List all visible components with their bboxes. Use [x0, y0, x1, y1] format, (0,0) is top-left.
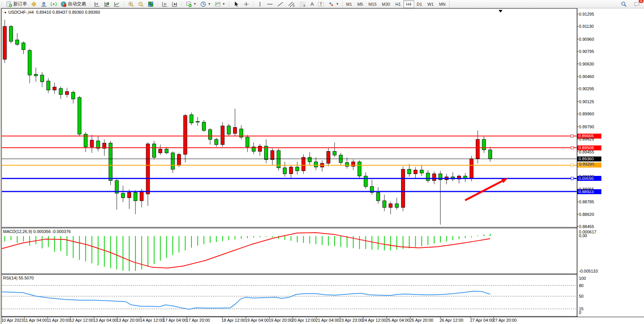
ohlc-high: 0.89437 — [53, 10, 68, 14]
candle-body — [40, 75, 44, 82]
time-axis-label: 13 Apr 20:00 — [116, 318, 140, 322]
price-tick-label: 0.91295 — [579, 12, 594, 16]
price-tick-label: 0.88955 — [579, 187, 594, 192]
candle-body — [420, 170, 423, 173]
time-axis-label: 12 Apr 12:00 — [70, 318, 93, 322]
macd-indicator-label: MACD(12,26,9) 0.000356 -0.000376 — [3, 229, 71, 234]
candle-body — [171, 153, 174, 169]
candle-body — [140, 191, 143, 201]
candle-body — [401, 169, 405, 207]
candle-body — [352, 162, 355, 166]
rsi-panel[interactable] — [2, 275, 577, 316]
candle-body — [383, 201, 386, 207]
time-axis-label: 27 Apr 04:00 — [470, 318, 494, 322]
candle-body — [72, 92, 75, 99]
price-tick-label: 0.90125 — [579, 99, 594, 104]
candle-body — [128, 193, 131, 198]
price-tick-label: 0.89290 — [579, 162, 594, 166]
candle-body — [109, 143, 112, 180]
candle-body — [389, 204, 392, 207]
time-axis-label: 14 Apr 12:00 — [140, 318, 164, 322]
time-axis-label: 11 Apr 20:00 — [47, 318, 70, 322]
rsi-axis-label: 100 — [579, 276, 586, 281]
time-axis-label: 21 Apr 04:00 — [316, 318, 339, 322]
candle-body — [308, 157, 311, 162]
candle-body — [146, 144, 150, 194]
candle-body — [408, 169, 411, 174]
rsi-axis-label: 50 — [579, 294, 583, 298]
candle-body — [196, 121, 199, 122]
chart-symbol-period: USDCHF-,H4 — [8, 10, 34, 14]
candle-body — [246, 137, 249, 147]
candle-body — [152, 144, 156, 157]
time-axis-label: 18 Apr 12:00 — [222, 318, 245, 322]
time-axis-label: 20 Apr 12:00 — [292, 318, 316, 322]
candle-body — [283, 168, 287, 174]
candle-body — [414, 170, 417, 174]
time-axis-label: 13 Apr 04:00 — [93, 318, 117, 322]
candle-body — [90, 140, 94, 147]
ohlc-low: 0.89360 — [69, 10, 84, 14]
candle-body — [470, 159, 473, 178]
price-tick-label: 0.89960 — [579, 112, 594, 116]
time-axis-label: 25 Apr 04:00 — [386, 318, 410, 322]
line-handle[interactable] — [571, 177, 574, 180]
chart-canvas[interactable] — [0, 0, 644, 324]
rsi-axis-label: 0 — [579, 310, 581, 315]
candle-body — [376, 193, 380, 201]
price-tick-label: 0.89120 — [579, 174, 594, 179]
time-axis-label: 23 Apr 23:00 — [339, 318, 363, 322]
main-chart-panel[interactable] — [2, 8, 577, 227]
candle-body — [34, 74, 38, 76]
candle-body — [258, 146, 261, 152]
candle-body — [215, 139, 218, 145]
chart-title: ▼USDCHF-,H4 0.89410 0.89437 0.89360 0.89… — [4, 10, 100, 14]
candle-body — [202, 122, 206, 131]
price-tick-label: 0.88455 — [579, 224, 594, 229]
candle-body — [177, 154, 181, 165]
candle-body — [221, 126, 224, 145]
time-axis-label: 17 Apr 20:00 — [186, 318, 210, 322]
macd-zero-label: 0.00 — [579, 233, 587, 238]
candle-body — [432, 174, 436, 180]
candle-body — [28, 50, 31, 75]
candle-body — [121, 193, 125, 198]
candle-body — [426, 173, 430, 181]
rsi-indicator-label: RSI(14) 55.5070 — [3, 276, 34, 280]
candle-body — [183, 115, 187, 154]
line-handle[interactable] — [571, 164, 574, 166]
candle-body — [271, 151, 274, 160]
price-tick-label: 0.90630 — [579, 62, 594, 66]
line-handle[interactable] — [571, 147, 574, 149]
price-tick-label: 0.90460 — [579, 74, 594, 79]
price-tick-label: 0.89790 — [579, 124, 594, 129]
price-line-badge[interactable]: 0.89360 — [577, 156, 601, 161]
candle-body — [314, 162, 318, 167]
time-axis-label: 11 Apr 04:00 — [24, 318, 47, 322]
candle-body — [476, 139, 480, 159]
candle-body — [159, 149, 162, 153]
candle-body — [134, 193, 137, 201]
candle-body — [289, 167, 293, 174]
ohlc-open: 0.89410 — [36, 10, 51, 14]
candle-body — [345, 163, 349, 166]
candle-body — [59, 88, 62, 94]
candle-body — [9, 26, 13, 41]
time-axis-label: 24 Apr 12:00 — [362, 318, 386, 322]
candle-body — [327, 152, 330, 163]
candle-body — [46, 81, 50, 90]
time-axis-label: 25 Apr 20:00 — [410, 318, 433, 322]
price-tick-label: 0.91130 — [579, 24, 594, 29]
candle-body — [395, 204, 399, 207]
candle-body — [488, 150, 492, 159]
price-tick-label: 0.88620 — [579, 212, 594, 217]
time-axis-label: 19 Apr 20:00 — [269, 318, 292, 322]
line-handle[interactable] — [571, 135, 574, 137]
rsi-axis-label: 80 — [579, 283, 583, 288]
candle-body — [302, 157, 305, 171]
candle-body — [22, 43, 25, 50]
candle-body — [96, 141, 100, 148]
time-axis-label: 19 Apr 04:00 — [245, 318, 269, 322]
chart-title-dropdown-icon[interactable]: ▼ — [4, 11, 7, 14]
price-tick-label: 0.89625 — [579, 137, 594, 141]
